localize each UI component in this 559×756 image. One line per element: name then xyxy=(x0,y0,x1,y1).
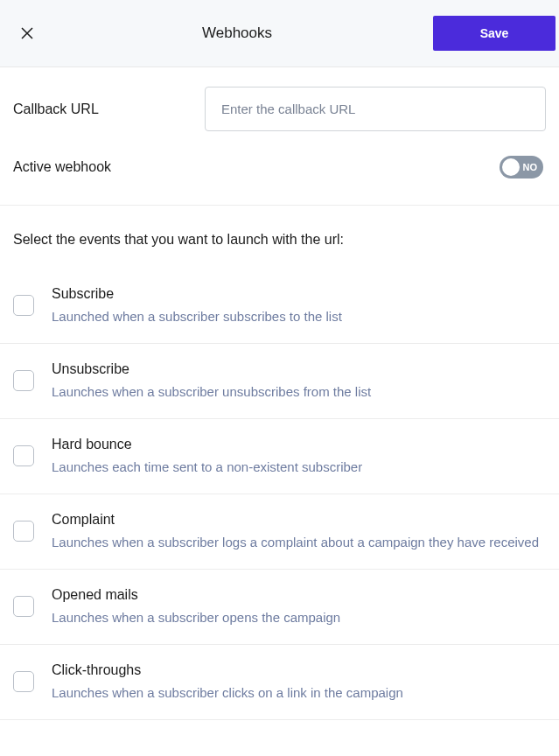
toggle-state-label: NO xyxy=(523,162,538,172)
event-title: Subscribe xyxy=(52,286,546,302)
event-title: Complaint xyxy=(52,512,546,528)
header-bar: Webhooks Save xyxy=(0,0,559,67)
event-desc: Launches when a subscriber unsubscribes … xyxy=(52,384,546,399)
event-desc: Launched when a subscriber subscribes to… xyxy=(52,309,546,324)
event-checkbox[interactable] xyxy=(13,521,34,542)
callback-url-label: Callback URL xyxy=(13,102,99,117)
event-title: Unsubscribe xyxy=(52,361,546,377)
event-row-subscribe: Subscribe Launched when a subscriber sub… xyxy=(0,269,559,344)
event-content: Click-throughs Launches when a subscribe… xyxy=(52,662,546,700)
event-content: Opened mails Launches when a subscriber … xyxy=(52,587,546,625)
event-desc: Launches each time sent to a non-existen… xyxy=(52,459,546,474)
event-checkbox[interactable] xyxy=(13,596,34,617)
callback-url-row: Callback URL xyxy=(0,67,559,147)
event-checkbox[interactable] xyxy=(13,671,34,692)
event-row-hard-bounce: Hard bounce Launches each time sent to a… xyxy=(0,419,559,494)
page-title: Webhooks xyxy=(41,24,433,42)
active-webhook-row: Active webhook NO xyxy=(0,147,559,206)
event-row-complaint: Complaint Launches when a subscriber log… xyxy=(0,494,559,570)
save-button[interactable]: Save xyxy=(433,16,556,51)
event-desc: Launches when a subscriber opens the cam… xyxy=(52,610,546,625)
event-checkbox[interactable] xyxy=(13,370,34,391)
event-content: Hard bounce Launches each time sent to a… xyxy=(52,437,546,474)
close-button[interactable] xyxy=(13,19,41,47)
event-content: Unsubscribe Launches when a subscriber u… xyxy=(52,361,546,399)
event-checkbox[interactable] xyxy=(13,445,34,466)
event-title: Hard bounce xyxy=(52,437,546,452)
event-row-click-throughs: Click-throughs Launches when a subscribe… xyxy=(0,645,559,720)
event-title: Opened mails xyxy=(52,587,546,603)
event-content: Subscribe Launched when a subscriber sub… xyxy=(52,286,546,324)
event-desc: Launches when a subscriber clicks on a l… xyxy=(52,685,546,700)
event-row-opened-mails: Opened mails Launches when a subscriber … xyxy=(0,570,559,645)
callback-url-input[interactable] xyxy=(205,87,546,131)
event-content: Complaint Launches when a subscriber log… xyxy=(52,512,546,550)
event-row-unsubscribe: Unsubscribe Launches when a subscriber u… xyxy=(0,344,559,419)
toggle-knob xyxy=(502,158,520,176)
active-webhook-label: Active webhook xyxy=(13,159,111,175)
event-checkbox[interactable] xyxy=(13,295,34,316)
event-desc: Launches when a subscriber logs a compla… xyxy=(52,535,546,550)
event-title: Click-throughs xyxy=(52,662,546,678)
active-webhook-toggle[interactable]: NO xyxy=(500,156,543,178)
events-heading: Select the events that you want to launc… xyxy=(0,206,559,269)
close-icon xyxy=(19,25,35,41)
